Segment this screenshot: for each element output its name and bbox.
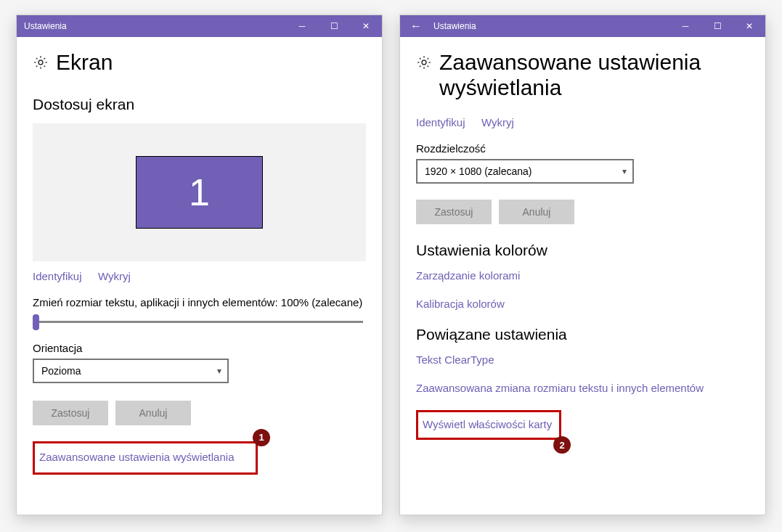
content-area: Ekran Dostosuj ekran 1 Identyfikuj Wykry… bbox=[17, 37, 382, 515]
slider-thumb[interactable] bbox=[33, 314, 39, 330]
svg-point-0 bbox=[38, 60, 43, 65]
cancel-button[interactable]: Anuluj bbox=[115, 401, 191, 425]
highlight-box-1: Zaawansowane ustawienia wyświetlania 1 bbox=[33, 441, 258, 475]
apply-button[interactable]: Zastosuj bbox=[416, 200, 492, 224]
related-settings-heading: Powiązane ustawienia bbox=[416, 326, 749, 343]
slider-track bbox=[36, 321, 363, 323]
orientation-value: Pozioma bbox=[41, 365, 81, 377]
callout-badge-1: 1 bbox=[253, 429, 270, 446]
titlebar[interactable]: ← Ustawienia ─ ☐ ✕ bbox=[400, 15, 765, 37]
color-settings-heading: Ustawienia kolorów bbox=[416, 242, 749, 259]
close-button[interactable]: ✕ bbox=[733, 15, 765, 37]
monitor-layout-area[interactable]: 1 bbox=[33, 123, 366, 261]
cleartype-link[interactable]: Tekst ClearType bbox=[416, 353, 749, 366]
advanced-display-settings-link[interactable]: Zaawansowane ustawienia wyświetlania bbox=[39, 451, 234, 463]
callout-badge-2: 2 bbox=[553, 436, 571, 454]
titlebar[interactable]: Ustawienia ─ ☐ ✕ bbox=[17, 15, 382, 37]
maximize-button[interactable]: ☐ bbox=[701, 15, 733, 37]
color-calibration-link[interactable]: Kalibracja kolorów bbox=[416, 298, 749, 310]
chevron-down-icon: ▾ bbox=[217, 366, 221, 376]
page-title: Zaawansowane ustawienia wyświetlania bbox=[439, 50, 749, 100]
display-adapter-properties-link[interactable]: Wyświetl właściwości karty bbox=[423, 418, 553, 430]
window-controls: ─ ☐ ✕ bbox=[669, 15, 765, 37]
detect-link[interactable]: Wykryj bbox=[481, 116, 514, 128]
page-header: Zaawansowane ustawienia wyświetlania bbox=[416, 50, 749, 100]
page-title: Ekran bbox=[56, 50, 113, 75]
minimize-button[interactable]: ─ bbox=[669, 15, 701, 37]
gear-icon bbox=[416, 54, 432, 70]
identify-link[interactable]: Identyfikuj bbox=[33, 270, 82, 282]
page-header: Ekran bbox=[33, 50, 366, 75]
color-links: Zarządzanie kolorami Kalibracja kolorów bbox=[416, 269, 749, 310]
detect-link[interactable]: Wykryj bbox=[98, 270, 131, 282]
back-button[interactable]: ← bbox=[400, 15, 432, 37]
svg-point-1 bbox=[422, 60, 426, 65]
orientation-label: Orientacja bbox=[33, 342, 366, 354]
close-button[interactable]: ✕ bbox=[350, 15, 382, 37]
minimize-button[interactable]: ─ bbox=[286, 15, 318, 37]
identify-link[interactable]: Identyfikuj bbox=[416, 116, 465, 128]
monitor-1[interactable]: 1 bbox=[136, 156, 263, 229]
advanced-text-sizing-link[interactable]: Zaawansowana zmiana rozmiaru tekstu i in… bbox=[416, 382, 749, 394]
settings-window-advanced-display: ← Ustawienia ─ ☐ ✕ Zaawansowane ustawien… bbox=[399, 15, 766, 515]
scale-slider[interactable] bbox=[33, 314, 366, 330]
scale-label: Zmień rozmiar tekstu, aplikacji i innych… bbox=[33, 296, 366, 308]
monitor-number: 1 bbox=[189, 171, 210, 214]
orientation-select[interactable]: Pozioma ▾ bbox=[33, 359, 229, 383]
color-management-link[interactable]: Zarządzanie kolorami bbox=[416, 269, 749, 282]
window-controls: ─ ☐ ✕ bbox=[286, 15, 382, 37]
window-title: Ustawienia bbox=[17, 21, 286, 31]
cancel-button[interactable]: Anuluj bbox=[499, 200, 574, 224]
content-area: Zaawansowane ustawienia wyświetlania Ide… bbox=[400, 37, 765, 515]
maximize-button[interactable]: ☐ bbox=[318, 15, 350, 37]
apply-cancel-row: Zastosuj Anuluj bbox=[416, 200, 749, 224]
display-action-links: Identyfikuj Wykryj bbox=[416, 116, 749, 129]
chevron-down-icon: ▾ bbox=[622, 166, 627, 176]
resolution-label: Rozdzielczość bbox=[416, 142, 749, 155]
gear-icon bbox=[33, 54, 49, 70]
related-links: Tekst ClearType Zaawansowana zmiana rozm… bbox=[416, 353, 749, 440]
settings-window-display: Ustawienia ─ ☐ ✕ Ekran Dostosuj ekran 1 … bbox=[16, 15, 383, 515]
apply-button[interactable]: Zastosuj bbox=[33, 401, 108, 425]
display-action-links: Identyfikuj Wykryj bbox=[33, 270, 366, 283]
window-title: Ustawienia bbox=[432, 21, 669, 31]
resolution-select[interactable]: 1920 × 1080 (zalecana) ▾ bbox=[416, 159, 634, 184]
resolution-value: 1920 × 1080 (zalecana) bbox=[425, 165, 532, 177]
apply-cancel-row: Zastosuj Anuluj bbox=[33, 401, 366, 425]
customize-display-heading: Dostosuj ekran bbox=[33, 96, 366, 113]
highlight-box-2: Wyświetl właściwości karty 2 bbox=[416, 410, 561, 440]
